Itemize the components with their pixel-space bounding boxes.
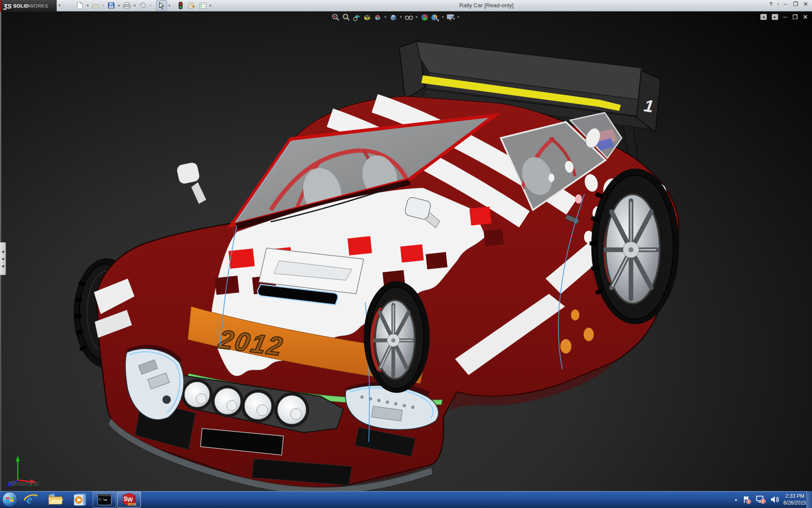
display-style-icon <box>389 13 398 22</box>
apply-scene-icon <box>431 13 440 22</box>
section-view-icon <box>363 13 371 22</box>
file-properties-button[interactable] <box>186 0 197 11</box>
taskbar-item-internet-explorer[interactable]: e <box>19 491 43 508</box>
show-desktop-button[interactable] <box>807 491 812 508</box>
select-cursor-icon <box>159 2 165 9</box>
doc-minimize-button[interactable]: ─ <box>783 14 787 20</box>
open-button[interactable] <box>90 0 101 11</box>
previous-view-icon <box>352 13 361 22</box>
zoom-to-area-icon <box>342 13 350 22</box>
zoom-to-area-button[interactable] <box>340 12 351 22</box>
rebuild-traffic-light-icon <box>178 2 183 9</box>
volume-icon[interactable] <box>770 495 779 504</box>
close-button[interactable]: ✕ <box>802 1 809 7</box>
save-button[interactable] <box>106 0 117 11</box>
section-view-button[interactable] <box>362 12 372 22</box>
hide-show-items-icon <box>404 13 414 22</box>
new-document-icon <box>77 2 83 9</box>
options-checklist-icon <box>199 3 206 9</box>
apply-scene-button[interactable] <box>430 12 440 22</box>
file-properties-icon <box>188 2 195 9</box>
open-icon <box>92 3 99 8</box>
rally-car-model[interactable]: 1 <box>0 11 812 491</box>
toolbar-flyout-arrow[interactable]: ▸ <box>59 3 61 7</box>
action-center-flag-icon[interactable] <box>742 495 752 504</box>
view-settings-button[interactable] <box>445 12 456 22</box>
solidworks-icon: S W 2015 <box>121 492 137 507</box>
svg-text:C:\: C:\ <box>99 498 104 501</box>
document-window-controls: ◂ ▸ ─ ❐ ✕ <box>760 14 808 20</box>
view-orientation-icon <box>373 13 382 22</box>
display-style-button[interactable] <box>388 12 398 22</box>
edit-appearance-icon <box>420 13 429 22</box>
clock-date: 6/26/2015 <box>784 500 806 506</box>
left-mirror <box>176 161 206 204</box>
system-tray: ▲ 2:33 PM 6/26/2015 <box>734 491 806 508</box>
internet-explorer-icon: e <box>24 493 38 506</box>
headsup-toolbar: ▼ ▼ ▼ ▼ ▼ <box>330 12 461 22</box>
view-orientation-button[interactable] <box>372 12 383 22</box>
taskbar-item-media-player[interactable] <box>68 491 92 508</box>
clock-time: 2:33 PM <box>784 493 806 500</box>
svg-text:S: S <box>123 495 127 502</box>
titlebar-controls: ? ▾ ─ ❐ ✕ <box>767 1 809 7</box>
zoom-to-fit-button[interactable] <box>330 12 340 22</box>
hidden-icons-button[interactable]: ▲ <box>734 497 738 502</box>
network-error-icon[interactable] <box>756 495 766 504</box>
pane-left-icon[interactable]: ◂ <box>760 14 767 20</box>
view-settings-icon <box>446 13 455 22</box>
taskbar-clock[interactable]: 2:33 PM 6/26/2015 <box>784 493 806 506</box>
brand-bold: SOLID <box>13 3 29 8</box>
taskbar-item-command-prompt[interactable]: C:\ <box>93 491 116 508</box>
brand-light: WORKS <box>29 3 48 8</box>
hide-show-items-button[interactable] <box>403 12 414 22</box>
taskbar-item-windows-explorer[interactable] <box>44 491 67 508</box>
pane-right-icon[interactable]: ▸ <box>772 14 778 20</box>
taskbar: e C:\ <box>0 491 812 508</box>
doc-restore-button[interactable]: ❐ <box>793 14 798 20</box>
svg-text:2015: 2015 <box>128 502 136 506</box>
solidworks-logo-mark: ƷS <box>3 3 11 9</box>
edit-appearance-button[interactable] <box>419 12 430 22</box>
command-prompt-icon: C:\ <box>97 494 112 505</box>
print-button[interactable] <box>121 0 132 11</box>
doc-close-button[interactable]: ✕ <box>803 14 808 20</box>
title-bar: ƷS SOLIDWORKS ▸ ▼ ▼ ▼ ▼ ▼ ▼ ▼ <box>0 0 812 11</box>
zoom-to-fit-icon <box>331 13 340 22</box>
select-button[interactable] <box>156 0 167 11</box>
new-document-button[interactable] <box>74 0 85 11</box>
solidworks-logo: ƷS SOLIDWORKS <box>0 0 57 12</box>
start-orb-icon <box>2 492 17 507</box>
options-button[interactable] <box>197 0 208 11</box>
help-button[interactable]: ? <box>767 1 775 7</box>
view-orientation-label: *Dimetric <box>8 480 39 488</box>
previous-view-button[interactable] <box>351 12 362 22</box>
front-right-wheel <box>364 281 430 393</box>
panel-flyout-tab[interactable]: ◀◀◀ <box>0 242 6 275</box>
graphics-viewport[interactable]: ▼ ▼ ▼ ▼ ▼ ◂ ▸ ─ ❐ ✕ ◀◀◀ <box>0 11 812 491</box>
save-icon <box>108 2 115 9</box>
print-icon <box>123 2 131 9</box>
undo-icon <box>139 2 146 9</box>
window-title: Rally Car [Read-only] <box>459 2 513 8</box>
start-button[interactable] <box>1 491 19 508</box>
media-player-icon <box>73 493 87 506</box>
main-toolbar: ▼ ▼ ▼ ▼ ▼ ▼ ▼ <box>74 0 213 11</box>
rebuild-button[interactable] <box>175 0 186 11</box>
help-dropdown[interactable]: ▾ <box>777 2 779 6</box>
undo-button[interactable] <box>137 0 148 11</box>
restore-button[interactable]: ❐ <box>792 1 799 7</box>
taskbar-item-solidworks[interactable]: S W 2015 <box>117 491 141 508</box>
windows-explorer-icon <box>48 493 63 506</box>
minimize-button[interactable]: ─ <box>782 1 789 7</box>
